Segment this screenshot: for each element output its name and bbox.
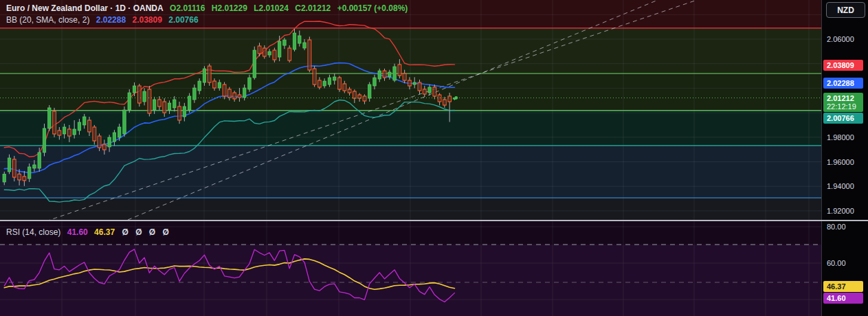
bearish-candle: [178, 106, 181, 120]
bullish-candle: [268, 52, 271, 55]
bearish-candle: [443, 100, 447, 105]
bullish-candle: [73, 129, 76, 135]
bearish-candle: [363, 96, 366, 101]
bearish-candle: [353, 91, 357, 98]
bullish-candle: [153, 100, 156, 110]
bullish-candle: [413, 82, 416, 84]
bullish-candle: [168, 103, 171, 110]
bearish-candle: [348, 89, 351, 93]
bearish-candle: [438, 95, 441, 102]
main-price-pane[interactable]: [0, 0, 822, 220]
bearish-candle: [58, 131, 61, 135]
rsi-empty-slot-icon: Ø: [149, 227, 155, 237]
axis-label: 1.96000: [827, 158, 854, 166]
background-zone: [0, 198, 822, 220]
bullish-candle: [243, 88, 246, 98]
ohlc-close: C2.01212: [295, 3, 331, 13]
bullish-candle: [298, 36, 302, 43]
bearish-candle: [13, 159, 16, 177]
bearish-candle: [383, 71, 386, 78]
bullish-candle: [393, 67, 397, 80]
bullish-candle: [333, 77, 336, 80]
price-axis-badge: 46.37: [823, 281, 863, 292]
price-axis-badge: 2.02288: [823, 78, 863, 89]
bullish-candle: [293, 33, 296, 49]
bullish-candle: [173, 100, 177, 108]
bearish-candle: [288, 48, 291, 60]
bb-indicator-legend[interactable]: BB (20, SMA, close, 2) 2.02288 2.03809 2…: [6, 15, 199, 25]
pane-separator-handle[interactable]: [0, 220, 868, 221]
symbol-title[interactable]: Euro / New Zealand Dollar · 1D · OANDA: [6, 3, 164, 13]
bullish-candle: [38, 153, 41, 168]
bb-lower-value: 2.00766: [168, 15, 198, 25]
bullish-candle: [123, 110, 126, 134]
background-zone: [0, 74, 822, 111]
bb-indicator-name[interactable]: BB (20, SMA, close, 2): [6, 15, 89, 25]
bearish-candle: [238, 95, 241, 98]
bullish-candle: [113, 133, 116, 142]
currency-toggle-button[interactable]: NZD: [826, 2, 865, 18]
bullish-candle: [203, 69, 206, 82]
bullish-candle: [253, 50, 256, 78]
bearish-candle: [23, 177, 26, 181]
bearish-candle: [233, 93, 236, 99]
bearish-candle: [223, 84, 226, 96]
bullish-candle: [428, 87, 432, 93]
last-price-marker: [454, 96, 458, 100]
bearish-candle: [53, 111, 56, 134]
bullish-candle: [278, 41, 281, 57]
bullish-candle: [323, 81, 326, 86]
bullish-candle: [33, 165, 36, 168]
ohlc-low: L2.01024: [254, 3, 289, 13]
bearish-candle: [18, 174, 21, 180]
bearish-candle: [163, 102, 166, 113]
price-axis-badge: 41.60: [823, 293, 863, 304]
rsi-empty-slot-icon: Ø: [135, 227, 142, 237]
axis-label: 2.06000: [827, 35, 854, 43]
bullish-candle: [118, 127, 121, 137]
bullish-candle: [198, 81, 201, 91]
bb-basis-value: 2.02288: [96, 15, 126, 25]
rsi-background-zone: [0, 245, 822, 316]
bullish-candle: [27, 167, 31, 179]
bullish-candle: [128, 93, 131, 110]
bullish-candle: [373, 78, 377, 86]
bullish-candle: [248, 78, 252, 89]
axis-label: 60.00: [827, 259, 846, 267]
background-zone: [0, 28, 822, 74]
axis-label: 1.92000: [827, 207, 854, 215]
price-axis-badge: 2.00766: [823, 113, 863, 124]
bullish-candle: [388, 72, 392, 77]
bearish-candle: [93, 127, 96, 141]
rsi-indicator-legend[interactable]: RSI (14, close) 41.60 46.37 Ø Ø Ø Ø: [6, 227, 169, 237]
price-scale[interactable]: 2.060001.980001.960001.940001.9200080.00…: [821, 0, 868, 316]
bearish-candle: [343, 84, 346, 91]
rsi-indicator-name[interactable]: RSI (14, close): [6, 227, 60, 237]
price-axis-badge: 2.03809: [823, 60, 863, 71]
bearish-candle: [433, 87, 436, 96]
bearish-candle: [398, 65, 401, 76]
bullish-candle: [303, 43, 307, 48]
ohlc-open: O2.01116: [170, 3, 205, 13]
bearish-candle: [263, 48, 267, 56]
bullish-candle: [82, 117, 86, 125]
bearish-candle: [158, 100, 162, 106]
bearish-candle: [103, 144, 107, 150]
bullish-candle: [133, 86, 136, 93]
symbol-legend[interactable]: Euro / New Zealand Dollar · 1D · OANDA O…: [6, 3, 408, 13]
bearish-candle: [423, 89, 427, 94]
bullish-candle: [43, 128, 46, 153]
bullish-candle: [218, 82, 221, 88]
bearish-candle: [213, 81, 216, 88]
bearish-candle: [138, 86, 142, 103]
bearish-candle: [318, 80, 322, 87]
bullish-candle: [328, 78, 331, 84]
bearish-candle: [208, 66, 211, 82]
rsi-value: 41.60: [67, 227, 88, 237]
rsi-empty-slot-icon: Ø: [122, 227, 128, 237]
bearish-candle: [448, 96, 452, 102]
axis-label: 80.00: [827, 223, 846, 231]
axis-label: 1.94000: [827, 182, 854, 190]
trading-chart-app: Euro / New Zealand Dollar · 1D · OANDA O…: [0, 0, 868, 316]
axis-label: 1.98000: [827, 133, 854, 142]
